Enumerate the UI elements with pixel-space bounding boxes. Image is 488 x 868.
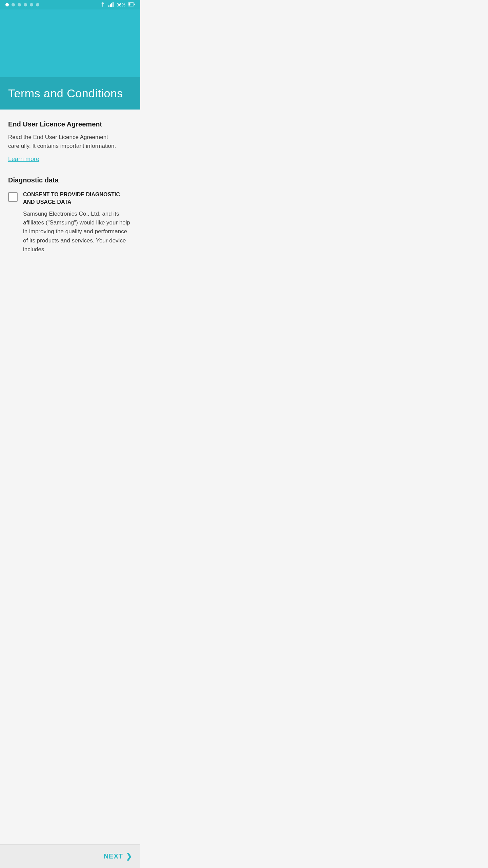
dot-3 [18, 3, 21, 6]
learn-more-link[interactable]: Learn more [8, 156, 39, 163]
svg-rect-1 [110, 4, 111, 7]
page-title: Terms and Conditions [8, 87, 132, 100]
consent-row: CONSENT TO PROVIDE DIAGNOSTIC AND USAGE … [8, 191, 132, 254]
dot-2 [12, 3, 15, 6]
consent-content: CONSENT TO PROVIDE DIAGNOSTIC AND USAGE … [23, 191, 132, 254]
consent-checkbox[interactable] [8, 192, 18, 202]
svg-rect-6 [129, 3, 130, 5]
content-area: End User Licence Agreement Read the End … [0, 110, 140, 288]
dot-6 [36, 3, 39, 6]
hero-area [0, 9, 140, 77]
eula-section: End User Licence Agreement Read the End … [8, 120, 132, 175]
battery-percentage: 36% [117, 2, 125, 7]
dot-4 [24, 3, 27, 6]
consent-description: Samsung Electronics Co., Ltd. and its af… [23, 210, 132, 254]
signal-icon [108, 2, 114, 8]
eula-description: Read the End User Licence Agreement care… [8, 133, 132, 150]
status-bar: 36% [0, 0, 140, 9]
svg-rect-5 [134, 3, 135, 5]
dot-1 [5, 3, 9, 6]
status-indicators: 36% [100, 2, 135, 8]
consent-checkbox-wrapper[interactable] [8, 192, 18, 202]
title-band: Terms and Conditions [0, 77, 140, 110]
svg-rect-3 [113, 2, 114, 7]
pagination-dots [5, 3, 39, 6]
wifi-icon [100, 2, 106, 8]
diagnostic-section: Diagnostic data CONSENT TO PROVIDE DIAGN… [8, 176, 132, 254]
battery-icon [128, 2, 135, 7]
eula-title: End User Licence Agreement [8, 120, 132, 128]
diagnostic-title: Diagnostic data [8, 176, 132, 184]
dot-5 [30, 3, 33, 6]
svg-rect-0 [108, 5, 109, 7]
svg-rect-2 [111, 3, 112, 7]
consent-title: CONSENT TO PROVIDE DIAGNOSTIC AND USAGE … [23, 191, 132, 206]
